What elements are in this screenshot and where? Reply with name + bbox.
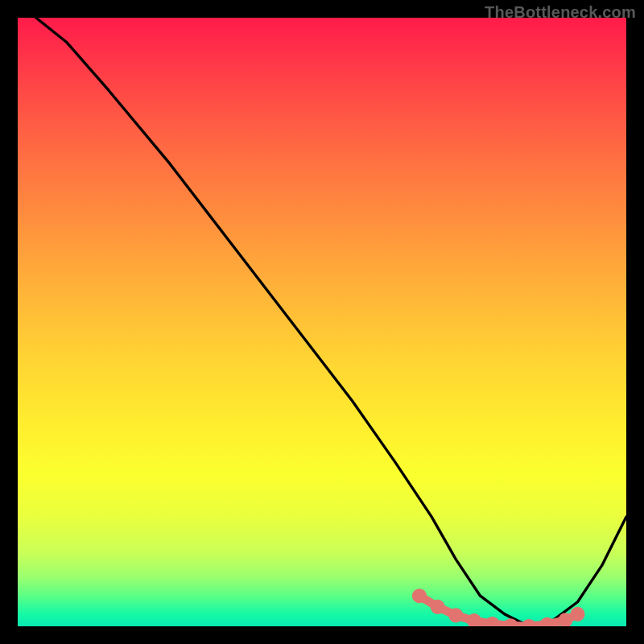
marker-dot: [469, 615, 480, 626]
plot-area: [18, 18, 626, 626]
marker-dot: [414, 590, 425, 601]
marker-dot: [432, 601, 444, 613]
watermark-text: TheBottleneck.com: [485, 3, 636, 22]
chart-svg: [18, 18, 626, 626]
marker-dot: [487, 618, 498, 626]
chart-container: TheBottleneck.com: [0, 0, 644, 644]
series-curve: [36, 18, 626, 626]
marker-dot: [542, 619, 553, 626]
marker-dot: [572, 609, 584, 620]
marker-dot: [560, 615, 572, 626]
marker-dot: [451, 610, 462, 621]
marker-dot: [523, 621, 535, 626]
marker-dot: [506, 620, 517, 626]
